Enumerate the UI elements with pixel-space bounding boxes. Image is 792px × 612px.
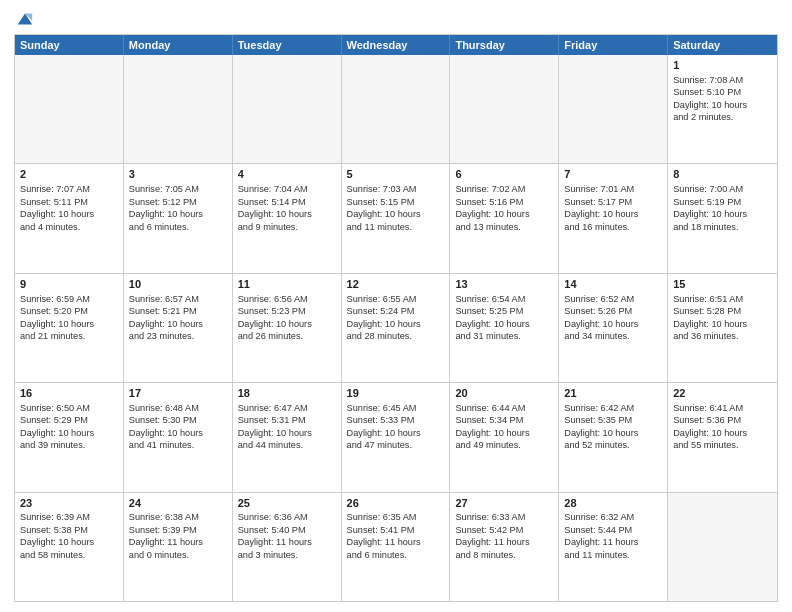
day-info-line: Daylight: 10 hours [347, 318, 445, 330]
day-info-line: and 39 minutes. [20, 439, 118, 451]
day-info-line: Daylight: 10 hours [347, 208, 445, 220]
day-info-line: and 6 minutes. [347, 549, 445, 561]
day-info-line: and 4 minutes. [20, 221, 118, 233]
day-number: 24 [129, 496, 227, 511]
day-info-line: Sunrise: 6:57 AM [129, 293, 227, 305]
day-info-line: Sunset: 5:33 PM [347, 414, 445, 426]
cal-cell-day-9: 9Sunrise: 6:59 AMSunset: 5:20 PMDaylight… [15, 274, 124, 382]
day-info-line: Daylight: 10 hours [20, 427, 118, 439]
day-info-line: Sunset: 5:12 PM [129, 196, 227, 208]
day-number: 25 [238, 496, 336, 511]
cal-cell-day-5: 5Sunrise: 7:03 AMSunset: 5:15 PMDaylight… [342, 164, 451, 272]
header-day-thursday: Thursday [450, 35, 559, 55]
cal-cell-day-19: 19Sunrise: 6:45 AMSunset: 5:33 PMDayligh… [342, 383, 451, 491]
day-info-line: and 23 minutes. [129, 330, 227, 342]
day-info-line: Daylight: 10 hours [455, 318, 553, 330]
day-info-line: Sunrise: 6:32 AM [564, 511, 662, 523]
day-info-line: Sunset: 5:11 PM [20, 196, 118, 208]
day-info-line: Daylight: 11 hours [564, 536, 662, 548]
cal-cell-day-26: 26Sunrise: 6:35 AMSunset: 5:41 PMDayligh… [342, 493, 451, 601]
day-info-line: Daylight: 10 hours [673, 427, 772, 439]
cal-cell-day-10: 10Sunrise: 6:57 AMSunset: 5:21 PMDayligh… [124, 274, 233, 382]
day-info-line: Sunrise: 6:38 AM [129, 511, 227, 523]
day-number: 15 [673, 277, 772, 292]
day-info-line: Sunrise: 6:55 AM [347, 293, 445, 305]
day-info-line: and 8 minutes. [455, 549, 553, 561]
day-info-line: Daylight: 10 hours [564, 208, 662, 220]
cal-cell-day-12: 12Sunrise: 6:55 AMSunset: 5:24 PMDayligh… [342, 274, 451, 382]
day-info-line: Sunset: 5:29 PM [20, 414, 118, 426]
day-number: 19 [347, 386, 445, 401]
cal-cell-day-25: 25Sunrise: 6:36 AMSunset: 5:40 PMDayligh… [233, 493, 342, 601]
day-info-line: Sunset: 5:31 PM [238, 414, 336, 426]
day-info-line: Sunrise: 6:48 AM [129, 402, 227, 414]
day-info-line: and 16 minutes. [564, 221, 662, 233]
day-info-line: Daylight: 10 hours [129, 208, 227, 220]
cal-cell-day-1: 1Sunrise: 7:08 AMSunset: 5:10 PMDaylight… [668, 55, 777, 163]
day-info-line: Daylight: 10 hours [238, 208, 336, 220]
day-info-line: Sunrise: 6:56 AM [238, 293, 336, 305]
day-info-line: and 31 minutes. [455, 330, 553, 342]
day-info-line: Sunrise: 6:36 AM [238, 511, 336, 523]
cal-cell-day-13: 13Sunrise: 6:54 AMSunset: 5:25 PMDayligh… [450, 274, 559, 382]
day-info-line: Sunset: 5:40 PM [238, 524, 336, 536]
day-info-line: and 26 minutes. [238, 330, 336, 342]
day-info-line: Sunrise: 7:05 AM [129, 183, 227, 195]
day-number: 5 [347, 167, 445, 182]
day-number: 26 [347, 496, 445, 511]
day-info-line: Sunset: 5:26 PM [564, 305, 662, 317]
day-info-line: and 28 minutes. [347, 330, 445, 342]
cal-cell-day-11: 11Sunrise: 6:56 AMSunset: 5:23 PMDayligh… [233, 274, 342, 382]
day-info-line: Daylight: 11 hours [238, 536, 336, 548]
cal-cell-empty [450, 55, 559, 163]
day-info-line: and 52 minutes. [564, 439, 662, 451]
day-number: 23 [20, 496, 118, 511]
cal-cell-day-14: 14Sunrise: 6:52 AMSunset: 5:26 PMDayligh… [559, 274, 668, 382]
calendar-body: 1Sunrise: 7:08 AMSunset: 5:10 PMDaylight… [15, 55, 777, 601]
day-number: 27 [455, 496, 553, 511]
day-info-line: Daylight: 10 hours [673, 318, 772, 330]
cal-cell-day-4: 4Sunrise: 7:04 AMSunset: 5:14 PMDaylight… [233, 164, 342, 272]
day-info-line: Sunrise: 6:44 AM [455, 402, 553, 414]
calendar: SundayMondayTuesdayWednesdayThursdayFrid… [14, 34, 778, 602]
day-info-line: Daylight: 10 hours [564, 318, 662, 330]
day-info-line: Daylight: 10 hours [20, 318, 118, 330]
cal-cell-day-2: 2Sunrise: 7:07 AMSunset: 5:11 PMDaylight… [15, 164, 124, 272]
day-info-line: Daylight: 11 hours [455, 536, 553, 548]
day-number: 28 [564, 496, 662, 511]
day-info-line: Sunset: 5:16 PM [455, 196, 553, 208]
cal-cell-day-3: 3Sunrise: 7:05 AMSunset: 5:12 PMDaylight… [124, 164, 233, 272]
day-info-line: Sunrise: 6:35 AM [347, 511, 445, 523]
day-info-line: Sunset: 5:41 PM [347, 524, 445, 536]
day-info-line: and 11 minutes. [347, 221, 445, 233]
day-info-line: and 21 minutes. [20, 330, 118, 342]
day-info-line: Sunrise: 6:50 AM [20, 402, 118, 414]
day-info-line: Daylight: 10 hours [20, 208, 118, 220]
day-info-line: and 55 minutes. [673, 439, 772, 451]
cal-cell-empty [15, 55, 124, 163]
cal-cell-day-24: 24Sunrise: 6:38 AMSunset: 5:39 PMDayligh… [124, 493, 233, 601]
day-info-line: Daylight: 10 hours [20, 536, 118, 548]
calendar-row-1: 2Sunrise: 7:07 AMSunset: 5:11 PMDaylight… [15, 164, 777, 273]
day-info-line: Daylight: 10 hours [673, 99, 772, 111]
day-number: 18 [238, 386, 336, 401]
day-number: 12 [347, 277, 445, 292]
day-info-line: Sunrise: 7:01 AM [564, 183, 662, 195]
day-info-line: Daylight: 10 hours [238, 427, 336, 439]
day-info-line: Daylight: 10 hours [564, 427, 662, 439]
day-info-line: and 18 minutes. [673, 221, 772, 233]
day-info-line: Sunset: 5:14 PM [238, 196, 336, 208]
day-info-line: and 13 minutes. [455, 221, 553, 233]
day-info-line: Sunset: 5:38 PM [20, 524, 118, 536]
cal-cell-day-27: 27Sunrise: 6:33 AMSunset: 5:42 PMDayligh… [450, 493, 559, 601]
day-number: 6 [455, 167, 553, 182]
calendar-row-0: 1Sunrise: 7:08 AMSunset: 5:10 PMDaylight… [15, 55, 777, 164]
day-info-line: and 44 minutes. [238, 439, 336, 451]
day-info-line: Sunrise: 7:07 AM [20, 183, 118, 195]
cal-cell-day-8: 8Sunrise: 7:00 AMSunset: 5:19 PMDaylight… [668, 164, 777, 272]
logo [14, 10, 34, 28]
day-info-line: and 36 minutes. [673, 330, 772, 342]
day-number: 11 [238, 277, 336, 292]
day-info-line: Sunset: 5:15 PM [347, 196, 445, 208]
day-number: 9 [20, 277, 118, 292]
